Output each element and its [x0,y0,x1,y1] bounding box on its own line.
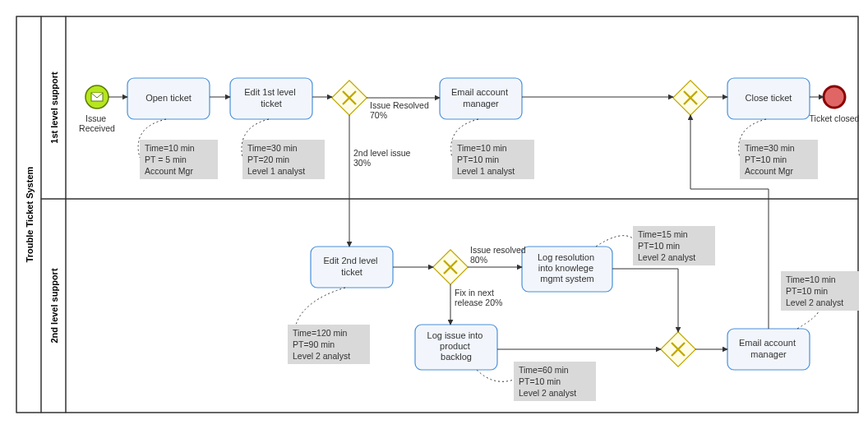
anno-email-account-manager-1: Time=10 min PT=10 min Level 1 analyst [452,140,534,179]
task-close-ticket: Close ticket [727,78,810,119]
task-log-backlog: Log issue into product backlog [415,325,497,370]
gateway-1 [332,81,367,115]
edge-label-issue-resolved: Issue Resolved 70% [370,100,432,120]
anno-email-account-manager-2: Time=10 min PT=10 min Level 2 analyst [781,271,859,311]
anno-close-ticket: Time=30 min PT=10 min Account Mgr [740,140,818,179]
anno-edit-1st-level: Time=30 min PT=20 min Level 1 analyst [242,140,325,179]
gateway-2 [433,250,468,284]
end-event: Ticket closed [810,86,860,123]
task-edit-1st-level: Edit 1st level ticket [230,78,312,119]
gateway-4 [661,332,695,367]
task-close-ticket-label: Close ticket [746,93,792,103]
lane-2-title: 2nd level support [49,268,59,343]
edge-label-2nd-level: 2nd level issue 30% [353,148,413,168]
task-email-account-manager-2: Email account manager [727,329,810,370]
edge-label-issue-resolved-2: Issue resolved 80% [470,245,529,265]
anno-log-backlog: Time=60 min PT=10 min Level 2 analyst [514,362,596,401]
task-log-resolution-label: Log resolution into knowlege mgmt system [538,252,597,284]
end-event-label: Ticket closed [810,113,860,123]
task-edit-2nd-level: Edit 2nd level ticket [311,247,393,288]
edge-label-fix-next: Fix in next release 20% [455,288,502,307]
gateway-3 [673,81,708,115]
anno-open-ticket: Time=10 min PT = 5 min Account Mgr [140,140,218,179]
task-open-ticket-label: Open ticket [145,93,192,103]
bpmn-diagram: Trouble Ticket System 1st level support … [0,0,868,429]
svg-text:Time=30 min
      PT=10 min
  : Time=30 min PT=10 min Account Mgr [745,143,797,176]
anno-log-resolution: Time=15 min PT=10 min Level 2 analyst [633,226,715,265]
svg-point-22 [824,86,845,108]
task-open-ticket: Open ticket [127,78,210,119]
pool-title: Trouble Ticket System [25,167,35,263]
start-event-label: Issue Received [79,113,115,133]
task-log-resolution: Log resolution into knowlege mgmt system [522,247,612,292]
task-email-account-manager-1: Email account manager [440,78,522,119]
start-event: Issue Received [79,85,115,133]
lane-1-title: 1st level support [49,72,59,144]
anno-edit-2nd-level: Time=120 min PT=90 min Level 2 analyst [288,325,370,364]
